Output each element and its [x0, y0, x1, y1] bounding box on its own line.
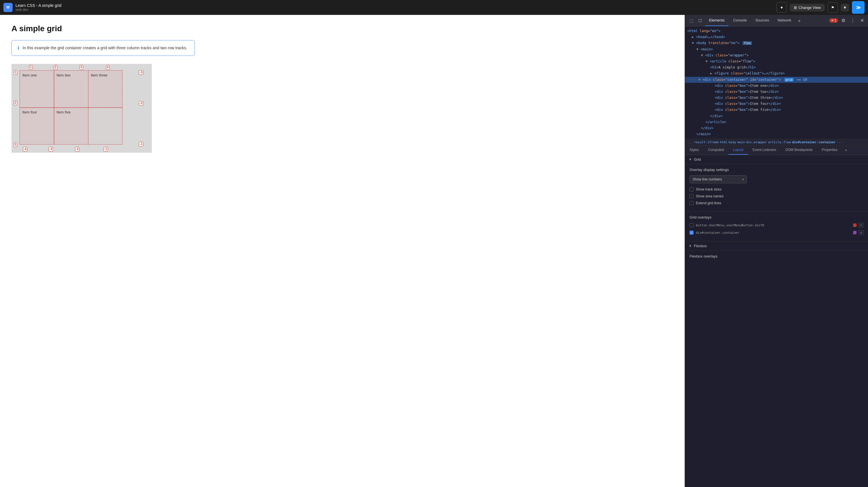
tab-elements[interactable]: Elements	[705, 15, 728, 26]
change-view-button[interactable]: ⊞ Change View	[790, 4, 825, 11]
overlay-row-1-label[interactable]	[689, 223, 693, 227]
col-neg-label-3: -3	[139, 70, 143, 75]
more-tabs-icon[interactable]: »	[796, 17, 803, 24]
dom-line[interactable]: <div class="box">Item three</div>	[685, 95, 868, 101]
page-title: Learn CSS - A simple grid	[16, 3, 61, 8]
settings-icon[interactable]: ⚙	[840, 17, 847, 24]
breadcrumb-html[interactable]: html	[720, 140, 727, 144]
col-label-2: 2	[54, 65, 57, 70]
dom-line[interactable]: ▶ <head>…</head>	[685, 34, 868, 40]
grid-overlays-title: Grid overlays	[689, 215, 863, 219]
flexbox-section-header[interactable]: ▼ Flexbox	[685, 242, 868, 251]
tab-console[interactable]: Console	[729, 15, 751, 26]
devtools-nav-right: ✕ 1 ⚙ ⋮ ✕	[829, 17, 866, 24]
extend-grid-lines-checkbox[interactable]: Extend grid lines	[689, 201, 863, 205]
tab-event-listeners[interactable]: Event Listeners	[748, 146, 781, 155]
grid-section-title: Grid	[694, 157, 701, 161]
dom-line[interactable]: </div>	[685, 113, 868, 119]
overlay-row-1-color[interactable]	[853, 223, 857, 227]
main-layout: A simple grid ℹ In this example the grid…	[0, 15, 868, 487]
inspector-icon[interactable]: ☐	[696, 17, 705, 24]
line-numbers-dropdown[interactable]: Show line numbers Show track sizes Show …	[689, 175, 747, 183]
breadcrumb-article-flow[interactable]: article.flow	[768, 140, 790, 144]
dom-line[interactable]: ▼ <body translate="no"> flex	[685, 40, 868, 46]
more-options-icon[interactable]: ⋮	[849, 17, 857, 24]
devtools-nav: ⬚ ☐ Elements Console Sources Network » ✕…	[685, 15, 868, 26]
breadcrumb-container[interactable]: div#container.container	[792, 140, 836, 144]
layout-panel: ▼ Grid Overlay display settings Show lin…	[685, 155, 868, 487]
breadcrumb-div-wrapper[interactable]: div.wrapper	[746, 140, 767, 144]
heart-icon: ♥	[781, 5, 783, 10]
dom-line[interactable]: </div>	[685, 125, 868, 131]
breadcrumb-result-iframe[interactable]: result-iframe	[694, 140, 719, 144]
overlay-row-2-color[interactable]	[853, 231, 857, 234]
tab-sources[interactable]: Sources	[751, 15, 773, 26]
dropdown-wrap: Show line numbers Show track sizes Show …	[689, 175, 863, 183]
info-box: ℹ In this example the grid container cre…	[11, 40, 195, 56]
tab-styles[interactable]: Styles	[685, 146, 704, 155]
tab-dom-breakpoints[interactable]: DOM Breakpoints	[781, 146, 817, 155]
tab-network[interactable]: Network	[774, 15, 796, 26]
overlay-row-2-grid-icon[interactable]: ⊞	[859, 230, 863, 235]
dom-line[interactable]: <h1>A simple grid</h1>	[685, 64, 868, 70]
overlay-row-2-name: div#container.container	[696, 231, 851, 235]
devtools-inner: <html lang="en"> ▶ <head>…</head> ▼ <bod…	[685, 26, 868, 487]
dom-line[interactable]: ▼ <main>	[685, 47, 868, 53]
flexbox-overlays-title: Flexbox overlays	[689, 254, 863, 258]
error-badge: ✕ 1	[829, 18, 838, 23]
breadcrumb-more[interactable]: ···	[837, 140, 842, 144]
page-subtitle: web.dev	[16, 8, 61, 12]
overlay-row-2-label[interactable]: ✓	[689, 231, 693, 235]
overlay-row-1-grid-icon[interactable]: ⊞	[859, 223, 863, 227]
col-neg-label-1: -1	[139, 142, 143, 146]
dom-line[interactable]: <div class="box">Item four</div>	[685, 101, 868, 107]
grid-container: Item one Item two Item three Item four I…	[20, 70, 123, 145]
row-neg-label-2: -2	[75, 147, 79, 152]
dom-line[interactable]: <div class="box">Item two</div>	[685, 89, 868, 95]
tab-computed[interactable]: Computed	[704, 146, 728, 155]
terminal-button[interactable]: ≫	[852, 1, 865, 14]
row-label-1: 1	[14, 70, 17, 75]
dom-line[interactable]: <div class="box">Item five</div>	[685, 107, 868, 113]
overlay-row-1-checkbox[interactable]	[689, 223, 693, 227]
breadcrumb-body[interactable]: body	[728, 140, 736, 144]
show-track-sizes-label: Show track sizes	[696, 187, 722, 191]
show-area-names-checkbox[interactable]: Show area names	[689, 194, 863, 198]
page-content: A simple grid ℹ In this example the grid…	[0, 15, 685, 487]
info-icon: ℹ	[18, 45, 19, 51]
extend-grid-lines-label: Extend grid lines	[696, 201, 721, 205]
dom-line[interactable]: <div class="box">Item one</div>	[685, 83, 868, 89]
dom-line[interactable]: </article>	[685, 119, 868, 125]
close-devtools-icon[interactable]: ✕	[859, 17, 866, 24]
overlay-row-2-checkbox[interactable]: ✓	[689, 231, 693, 235]
dropdown-button[interactable]: ▼	[841, 4, 849, 11]
favorite-button[interactable]: ♥	[777, 2, 787, 12]
grid-section-header[interactable]: ▼ Grid	[685, 155, 868, 164]
pin-icon: ⚑	[831, 5, 835, 10]
dom-line[interactable]: ▼ <article class="flow">	[685, 58, 868, 64]
row-label-3: 3	[14, 142, 17, 147]
dom-line[interactable]: </main>	[685, 131, 868, 137]
col-neg-label-2: -2	[139, 101, 143, 106]
show-area-names-box	[689, 194, 693, 198]
flexbox-section-title: Flexbox	[694, 244, 707, 248]
overlay-row-button: button.UserMenu_userMenuButton-2eiYO ⊞	[689, 223, 863, 227]
dropdown-container: Show line numbers Show track sizes Show …	[689, 175, 747, 183]
panel-tab-bar: Styles Computed Layout Event Listeners D…	[685, 146, 868, 155]
dom-line-selected[interactable]: ··· ▼ <div class="container" id="contain…	[685, 77, 868, 83]
dom-line[interactable]: ▼ <div class="wrapper">	[685, 53, 868, 58]
dom-line[interactable]: <html lang="en">	[685, 28, 868, 34]
grid-section-caret: ▼	[688, 157, 692, 161]
flexbox-section: Flexbox overlays	[685, 251, 868, 264]
col-label-1: 1	[29, 65, 33, 70]
tab-layout[interactable]: Layout	[728, 146, 748, 155]
panel-tab-more[interactable]: »	[842, 146, 850, 155]
breadcrumb-main[interactable]: main	[737, 140, 745, 144]
devtools-panel: ⬚ ☐ Elements Console Sources Network » ✕…	[685, 15, 868, 487]
grid-overlays-section: Grid overlays button.UserMenu_userMenuBu…	[685, 212, 868, 242]
pin-button[interactable]: ⚑	[828, 2, 838, 12]
dom-line[interactable]: ▶ <figure class="callout">…</figure>	[685, 70, 868, 77]
show-track-sizes-checkbox[interactable]: Show track sizes	[689, 187, 863, 191]
cursor-icon[interactable]: ⬚	[687, 17, 695, 24]
tab-properties[interactable]: Properties	[817, 146, 842, 155]
